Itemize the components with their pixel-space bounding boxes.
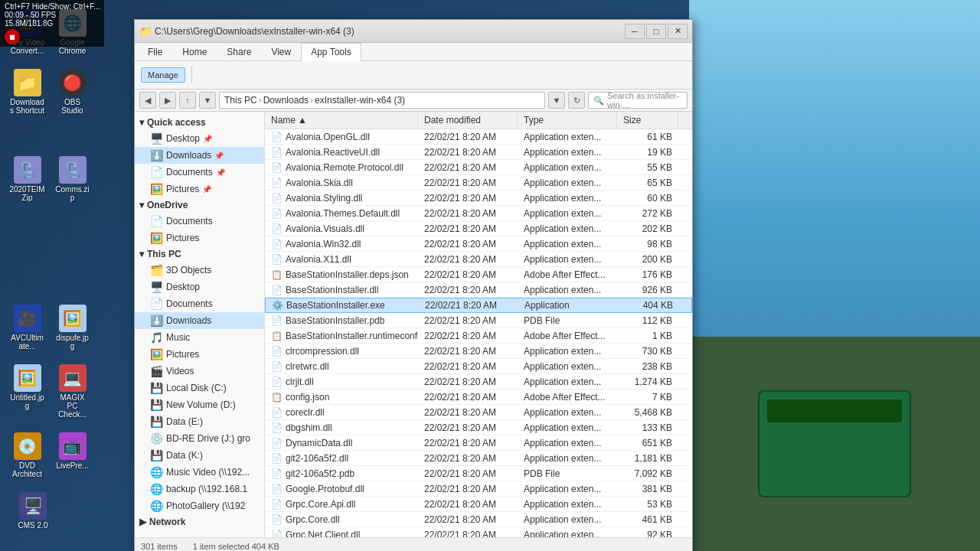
ribbon-tab-apptools[interactable]: App Tools [301, 43, 361, 61]
desktop-icon-zip2[interactable]: 🗜️ Comms.zip [51, 153, 93, 205]
back-button[interactable]: ◀ [139, 92, 156, 109]
ribbon-tab-file[interactable]: File [138, 43, 172, 60]
desktop-icon-avcu[interactable]: 🎥 AVCUltimate... [6, 302, 48, 354]
recent-locations-button[interactable]: ▼ [199, 92, 216, 109]
sidebar-quickaccess-header[interactable]: ▾ Quick access [135, 115, 264, 130]
desktop-icon-obs[interactable]: 🔴 OBS Studio [51, 66, 93, 118]
desktop-icon-downloads[interactable]: 📁 Downloads Shortcut [6, 66, 48, 118]
path-downloads[interactable]: Downloads [263, 95, 309, 106]
table-row[interactable]: 📄 Avalonia.Visuals.dll 22/02/21 8:20 AM … [265, 221, 692, 236]
col-header-name[interactable]: Name ▲ [265, 112, 418, 129]
sidebar-item-od-pictures[interactable]: 🖼️ Pictures [135, 230, 264, 246]
sidebar-item-3d[interactable]: 🗂️ 3D Objects [135, 262, 264, 279]
search-box[interactable]: 🔍 Search as:installer-win-... [588, 92, 688, 109]
file-date-cell: 22/02/21 8:20 AM [418, 406, 518, 419]
sidebar-item-music[interactable]: 🎵 Music [135, 329, 264, 346]
ribbon-tab-share[interactable]: Share [217, 43, 261, 60]
table-row[interactable]: 📄 Avalonia.ReactiveUI.dll 22/02/21 8:20 … [265, 145, 692, 160]
refresh-button[interactable]: ↻ [568, 92, 585, 109]
table-row[interactable]: 📄 Grpc.Net.Client.dll 22/02/21 8:20 AM A… [265, 527, 692, 537]
sidebar-item-videos[interactable]: 🎬 Videos [135, 363, 264, 380]
collapse-icon: ▾ [139, 117, 144, 128]
drive-icon: 💾 [150, 382, 163, 394]
table-row[interactable]: 📄 Grpc.Core.Api.dll 22/02/21 8:20 AM App… [265, 497, 692, 512]
sidebar-item-music-net[interactable]: 🌐 Music Video (\\192... [135, 464, 264, 481]
sidebar-onedrive-header[interactable]: ▾ OneDrive [135, 197, 264, 213]
sidebar-item-datak[interactable]: 💾 Data (K:) [135, 447, 264, 464]
sidebar-item-od-documents[interactable]: 📄 Documents [135, 213, 264, 230]
table-row[interactable]: 📄 Grpc.Core.dll 22/02/21 8:20 AM Applica… [265, 512, 692, 527]
file-date-cell: 22/02/21 8:20 AM [418, 268, 518, 282]
table-row[interactable]: 📄 DynamicData.dll 22/02/21 8:20 AM Appli… [265, 435, 692, 451]
desktop-icon-dvd[interactable]: 💿 DVD Architect [6, 429, 48, 481]
manage-button[interactable]: Manage [141, 67, 185, 83]
table-row[interactable]: 📄 Avalonia.OpenGL.dll 22/02/21 8:20 AM A… [265, 129, 692, 145]
sidebar-network-header[interactable]: ▶ Network [135, 514, 264, 530]
table-row[interactable]: 📄 Avalonia.X11.dll 22/02/21 8:20 AM Appl… [265, 252, 692, 267]
up-button[interactable]: ↑ [179, 92, 196, 109]
item-count: 301 items [141, 542, 178, 551]
col-header-date[interactable]: Date modified [418, 112, 518, 129]
sidebar-item-backup-net[interactable]: 🌐 backup (\\192.168.1 [135, 481, 264, 497]
file-type-cell: Application exten... [518, 283, 617, 297]
table-row[interactable]: 📋 BaseStationInstaller.deps.json 22/02/2… [265, 267, 692, 282]
file-list[interactable]: Name ▲ Date modified Type Size 📄 Avaloni… [265, 112, 692, 537]
col-header-size[interactable]: Size [617, 112, 678, 129]
address-dropdown[interactable]: ▼ [548, 92, 565, 109]
col-header-type[interactable]: Type [518, 112, 617, 129]
file-type-icon: 📄 [271, 361, 283, 372]
sidebar-item-downloads-qa[interactable]: ⬇️ Downloads 📌 [135, 147, 264, 164]
sidebar-item-photos-net[interactable]: 🌐 PhotoGallery (\\192 [135, 497, 264, 514]
maximize-button[interactable]: □ [646, 24, 666, 39]
file-name-cell: 📄 Avalonia.Win32.dll [265, 237, 418, 251]
sidebar-item-pictures[interactable]: 🖼️ Pictures [135, 346, 264, 363]
table-row[interactable]: 📄 BaseStationInstaller.dll 22/02/21 8:20… [265, 282, 692, 298]
sidebar-item-desktop[interactable]: 🖥️ Desktop [135, 279, 264, 295]
ribbon-tab-view[interactable]: View [261, 43, 301, 60]
desktop-icon-magix[interactable]: 💻 MAGIX PC Check... [51, 361, 93, 422]
path-this-pc[interactable]: This PC [224, 95, 257, 106]
close-button[interactable]: ✕ [668, 24, 688, 39]
table-row[interactable]: 📄 git2-106a5f2.pdb 22/02/21 8:20 AM PDB … [265, 466, 692, 481]
table-row[interactable]: ⚙️ BaseStationInstaller.exe 22/02/21 8:2… [265, 298, 692, 313]
ribbon-content: Manage [135, 61, 692, 89]
table-row[interactable]: 📄 git2-106a5f2.dll 22/02/21 8:20 AM Appl… [265, 451, 692, 466]
file-name-cell: 📄 Grpc.Core.Api.dll [265, 497, 418, 511]
sidebar-thispc-header[interactable]: ▾ This PC [135, 246, 264, 262]
table-row[interactable]: 📋 BaseStationInstaller.runtimeconfig.jso… [265, 328, 692, 344]
desktop-icon-img2[interactable]: 🖼️ Untitled.jpg [6, 361, 48, 422]
desktop-icon-cms[interactable]: 🖥️ CMS 2.0 [6, 489, 60, 533]
desktop-icon-img1[interactable]: 🖼️ dispufe.jpg [51, 302, 93, 354]
table-row[interactable]: 📄 coreclr.dll 22/02/21 8:20 AM Applicati… [265, 405, 692, 420]
forward-button[interactable]: ▶ [159, 92, 176, 109]
table-row[interactable]: 📄 Google.Protobuf.dll 22/02/21 8:20 AM A… [265, 481, 692, 497]
sidebar-item-downloads[interactable]: ⬇️ Downloads [135, 312, 264, 329]
table-row[interactable]: 📄 Avalonia.Themes.Default.dll 22/02/21 8… [265, 206, 692, 221]
sidebar-item-datae[interactable]: 💾 Data (E:) [135, 413, 264, 430]
table-row[interactable]: 📄 Avalonia.Remote.Protocol.dll 22/02/21 … [265, 160, 692, 175]
sidebar-item-vold[interactable]: 💾 New Volume (D:) [135, 396, 264, 413]
sidebar-item-localc[interactable]: 💾 Local Disk (C:) [135, 380, 264, 396]
table-row[interactable]: 📄 Avalonia.Skia.dll 22/02/21 8:20 AM App… [265, 175, 692, 191]
table-row[interactable]: 📄 clrjit.dll 22/02/21 8:20 AM Applicatio… [265, 374, 692, 390]
table-row[interactable]: 📄 dbgshim.dll 22/02/21 8:20 AM Applicati… [265, 420, 692, 435]
path-folder[interactable]: exInstaller-win-x64 (3) [315, 95, 405, 106]
table-row[interactable]: 📄 Avalonia.Win32.dll 22/02/21 8:20 AM Ap… [265, 236, 692, 252]
sidebar-item-desktop-qa[interactable]: 🖥️ Desktop 📌 [135, 130, 264, 147]
table-row[interactable]: 📄 clrcompression.dll 22/02/21 8:20 AM Ap… [265, 344, 692, 359]
desktop-icon-live[interactable]: 📺 LivePre... [51, 429, 93, 481]
minimize-button[interactable]: ─ [625, 24, 645, 39]
file-date-cell: 22/02/21 8:20 AM [418, 360, 518, 373]
table-row[interactable]: 📄 clretwrc.dll 22/02/21 8:20 AM Applicat… [265, 359, 692, 374]
sidebar-item-documents[interactable]: 📄 Documents [135, 295, 264, 312]
desktop-icon-zip1[interactable]: 🗜️ 2020TEIM Zip [6, 153, 48, 205]
sidebar-item-documents-qa[interactable]: 📄 Documents 📌 [135, 164, 264, 181]
table-row[interactable]: 📋 config.json 22/02/21 8:20 AM Adobe Aft… [265, 390, 692, 405]
sidebar-item-pictures-qa[interactable]: 🖼️ Pictures 📌 [135, 181, 264, 197]
ribbon-tab-home[interactable]: Home [172, 43, 217, 60]
sidebar-item-bdj[interactable]: 💿 BD-RE Drive (J:) gro [135, 430, 264, 447]
file-name-cell: 📄 git2-106a5f2.dll [265, 452, 418, 465]
address-path[interactable]: This PC › Downloads › exInstaller-win-x6… [219, 92, 545, 109]
table-row[interactable]: 📄 Avalonia.Styling.dll 22/02/21 8:20 AM … [265, 191, 692, 206]
table-row[interactable]: 📄 BaseStationInstaller.pdb 22/02/21 8:20… [265, 313, 692, 328]
